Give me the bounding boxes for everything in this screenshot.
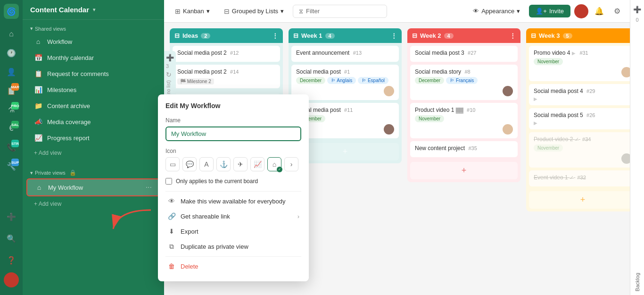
board-left-btn-1[interactable]: ➕ — [166, 54, 174, 61]
name-input[interactable] — [165, 126, 301, 141]
lock-icon: 🔒 — [69, 169, 76, 176]
card-week2-3[interactable]: Product video 1 ▓▓ #10 November — [410, 103, 518, 138]
add-card-week2[interactable]: + — [410, 162, 518, 179]
invite-icon: 👤+ — [536, 8, 547, 15]
sidebar-item-milestones[interactable]: 📊 Milestones — [26, 82, 160, 97]
rail-user[interactable]: 👤 — [3, 63, 20, 80]
add-view-label: + Add view — [34, 150, 61, 156]
add-view-private[interactable]: + Add view — [26, 198, 160, 210]
icon-option-plane[interactable]: ✈ — [233, 157, 248, 171]
card-week3-4[interactable]: Product video 2 ✓ #34 November — [529, 132, 630, 168]
card-week2-4[interactable]: New content project #35 — [410, 141, 518, 157]
rail-sal[interactable]: € SAL — [3, 120, 20, 137]
rail-home[interactable]: ⌂ — [3, 25, 20, 42]
filter-label: Filter — [306, 8, 320, 15]
app-logo[interactable]: 🌀 — [4, 4, 19, 19]
settings-btn[interactable]: ⚙ — [610, 4, 624, 18]
week2-col-dots[interactable]: ⋮ — [510, 32, 516, 39]
delete-label: Delete — [181, 263, 198, 270]
card-title: Social media post #11 — [296, 107, 394, 113]
right-panel: ➕ 0 Backlog — [630, 0, 644, 295]
sidebar-item-content-archive[interactable]: 📁 Content archive — [26, 98, 160, 113]
card-week2-1[interactable]: Social media post 3 #27 — [410, 46, 518, 62]
eye-icon: 👁 — [473, 8, 479, 15]
rail-add[interactable]: ➕ — [3, 208, 20, 225]
icon-option-anchor[interactable]: ⚓ — [216, 157, 231, 171]
week3-col-icon: ⊟ — [531, 32, 536, 39]
card-tags: November — [534, 58, 630, 65]
collapse-arrow[interactable]: ▾ — [30, 25, 33, 32]
sidebar-item-progress-report[interactable]: 📈 Progress report — [26, 130, 160, 145]
app-title: Content Calendar — [30, 6, 89, 14]
icon-field-label: Icon — [165, 148, 301, 154]
menu-export[interactable]: ⬇ Export — [165, 224, 301, 239]
sidebar-header[interactable]: Content Calendar ▾ — [23, 0, 164, 20]
name-field-label: Name — [165, 117, 301, 124]
rail-help[interactable]: ❓ — [3, 252, 20, 269]
sidebar-item-my-workflow[interactable]: ⌂ My Workflow ··· — [26, 178, 160, 196]
add-card-week3[interactable]: + — [529, 191, 630, 209]
card-week3-3[interactable]: Social media post 5 #26 ▶ — [529, 108, 630, 129]
toolbar-avatar[interactable] — [574, 4, 588, 18]
card-week3-1[interactable]: Promo video 4 ▶ #31 November — [529, 46, 630, 81]
my-workflow-dots[interactable]: ··· — [146, 183, 152, 192]
icon-option-a[interactable]: A — [199, 157, 214, 171]
grouped-btn[interactable]: ⊟ Grouped by Lists ▾ — [219, 5, 289, 18]
rail-clock[interactable]: 🕐 — [3, 44, 20, 61]
sidebar-item-media-coverage[interactable]: 📣 Media coverage — [26, 114, 160, 129]
rail-str[interactable]: 📞 STR — [3, 139, 20, 156]
sidebar-item-request-comments[interactable]: 📋 Request for comments — [26, 66, 160, 81]
appearance-btn[interactable]: 👁 Appearance ▾ — [468, 5, 525, 17]
card-week1-1[interactable]: Event announcement #13 — [291, 46, 399, 62]
week1-col-dots[interactable]: ⋮ — [391, 32, 397, 39]
shareable-link-arrow: › — [297, 213, 299, 220]
duplicate-icon: ⧉ — [167, 243, 176, 251]
workflow-icon: ⌂ — [34, 38, 42, 45]
icon-option-more[interactable]: › — [284, 157, 298, 171]
sidebar-item-monthly-calendar[interactable]: 📅 Monthly calendar — [26, 50, 160, 65]
rail-sup[interactable]: 🔧 SUP — [3, 158, 20, 175]
icon-option-chart[interactable]: 📈 — [250, 157, 264, 171]
card-week3-5[interactable]: Event video 1 ✓ #32 — [529, 170, 630, 186]
make-available-label: Make this view available for everybody — [181, 198, 286, 205]
card-avatar — [503, 86, 513, 96]
user-avatar[interactable] — [4, 272, 19, 287]
week2-col-icon: ⊟ — [412, 32, 417, 39]
card-week1-2[interactable]: Social media post #1 December 🏳 Anglais … — [291, 65, 399, 100]
collapse-arrow-private[interactable]: ▾ — [30, 170, 33, 176]
menu-make-available[interactable]: 👁 Make this view available for everybody — [165, 194, 301, 209]
card-ideas-2[interactable]: Social media post 2 #14 🏁 Milestone 2 — [173, 65, 280, 88]
filter-btn[interactable]: ⧖ Filter — [293, 5, 387, 18]
rail-pro[interactable]: ⚗ PRO — [3, 101, 20, 118]
card-tags: November — [415, 115, 513, 122]
board-left-btn-2[interactable]: 3 — [166, 63, 174, 69]
menu-delete[interactable]: 🗑 Delete — [165, 259, 301, 274]
card-week3-2[interactable]: Social media post 4 #29 ▶ — [529, 84, 630, 105]
menu-shareable-link[interactable]: 🔗 Get shareable link › — [165, 209, 301, 224]
notifications-btn[interactable]: 🔔 — [592, 4, 606, 18]
card-title: Social media post 4 #29 — [534, 88, 630, 94]
icon-option-rect[interactable]: ▭ — [165, 157, 180, 171]
right-panel-add[interactable]: ➕ — [631, 4, 643, 15]
menu-duplicate[interactable]: ⧉ Duplicate as private view — [165, 239, 301, 254]
card-title: Social media post 2 #14 — [177, 68, 275, 75]
divider-1 — [165, 191, 301, 192]
card-week2-2[interactable]: Social media story #8 December 🏳 Françai… — [410, 65, 518, 100]
board-only-checkbox[interactable] — [165, 178, 172, 185]
week3-col-dots[interactable]: ⋮ — [628, 32, 630, 39]
rail-mar[interactable]: 📋 MAR — [3, 82, 20, 99]
icon-option-home[interactable]: ⌂ ✓ — [267, 157, 281, 171]
board-left-btn-3[interactable]: ↻ — [166, 71, 174, 78]
board-only-label[interactable]: Only applies to the current board — [176, 178, 258, 185]
ideas-col-dots[interactable]: ⋮ — [272, 32, 278, 39]
rail-search[interactable]: 🔍 — [3, 230, 20, 247]
invite-btn[interactable]: 👤+ Invite — [529, 5, 570, 17]
sidebar-item-workflow[interactable]: ⌂ Workflow — [26, 34, 160, 49]
icon-option-chat[interactable]: 💬 — [182, 157, 197, 171]
kanban-btn[interactable]: ⊞ Kanban ▾ — [170, 5, 215, 18]
card-title: Promo video 4 ▶ #31 — [534, 50, 630, 56]
card-ideas-1[interactable]: Social media post 2 #12 — [173, 46, 280, 62]
add-view-shared[interactable]: + Add view — [26, 147, 160, 159]
context-menu-title: Edit My Workflow — [165, 102, 301, 110]
col-header-week2: ⊟ Week 2 4 ⋮ — [407, 28, 520, 43]
